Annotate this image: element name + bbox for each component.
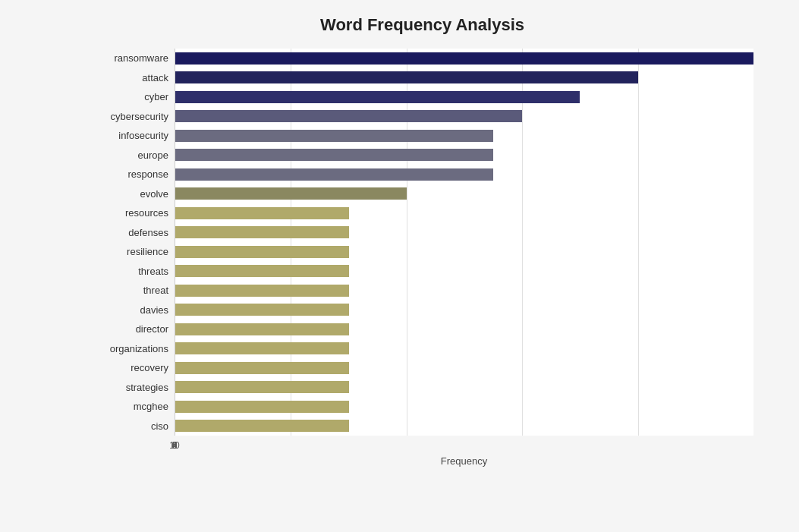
bar-fill (175, 110, 522, 122)
y-label: cybersecurity (91, 107, 175, 127)
y-label: director (91, 320, 175, 339)
bar-row (175, 378, 753, 398)
y-label: cyber (91, 87, 175, 107)
chart-title: Word Frequency Analysis (91, 15, 753, 35)
bar-row (175, 184, 753, 204)
y-label: strategies (91, 378, 175, 398)
bar-row (175, 165, 753, 184)
bar-fill (175, 246, 349, 258)
y-label: europe (91, 146, 175, 165)
bar-fill (175, 226, 349, 238)
bar-fill (175, 342, 349, 354)
x-tick-label: 10 (169, 440, 179, 451)
bar-row (175, 223, 753, 243)
x-axis: 0246810 (91, 436, 753, 455)
bar-fill (175, 130, 493, 142)
bar-row (175, 49, 753, 68)
bar-fill (175, 91, 580, 103)
y-label: infosecurity (91, 126, 175, 146)
bar-row (175, 107, 753, 127)
bar-fill (175, 285, 349, 297)
bar-fill (175, 420, 349, 432)
bar-fill (175, 381, 349, 393)
y-label: response (91, 165, 175, 184)
y-label: ciso (91, 417, 175, 436)
y-axis-labels: ransomwareattackcybercybersecurityinfose… (91, 49, 175, 436)
bar-row (175, 203, 753, 223)
y-label: attack (91, 68, 175, 88)
bar-row (175, 320, 753, 339)
bar-row (175, 339, 753, 359)
bar-fill (175, 71, 638, 83)
bar-fill (175, 52, 753, 65)
bar-row (175, 358, 753, 378)
bar-fill (175, 323, 349, 335)
bar-row (175, 262, 753, 282)
y-label: evolve (91, 184, 175, 204)
bar-fill (175, 168, 493, 181)
bar-row (175, 281, 753, 301)
bar-fill (175, 304, 349, 316)
bar-row (175, 146, 753, 165)
bar-fill (175, 207, 349, 219)
plot-area (175, 49, 753, 436)
y-label: threats (91, 262, 175, 282)
bar-row (175, 242, 753, 262)
x-axis-label: Frequency (175, 455, 753, 467)
bar-row (175, 417, 753, 436)
bar-fill (175, 187, 407, 200)
chart-container: Word Frequency Analysis ransomwareattack… (0, 0, 799, 532)
bar-fill (175, 401, 349, 413)
y-label: mcghee (91, 397, 175, 417)
y-label: threat (91, 281, 175, 301)
bar-row (175, 397, 753, 417)
y-label: resources (91, 203, 175, 223)
y-label: resilience (91, 242, 175, 262)
y-label: ransomware (91, 49, 175, 68)
y-label: defenses (91, 223, 175, 243)
bar-fill (175, 362, 349, 374)
bar-row (175, 87, 753, 107)
y-label: recovery (91, 358, 175, 378)
bar-fill (175, 149, 493, 161)
bar-fill (175, 265, 349, 277)
bar-row (175, 68, 753, 88)
bar-row (175, 126, 753, 146)
y-label: davies (91, 301, 175, 320)
bar-row (175, 301, 753, 320)
y-label: organizations (91, 339, 175, 359)
